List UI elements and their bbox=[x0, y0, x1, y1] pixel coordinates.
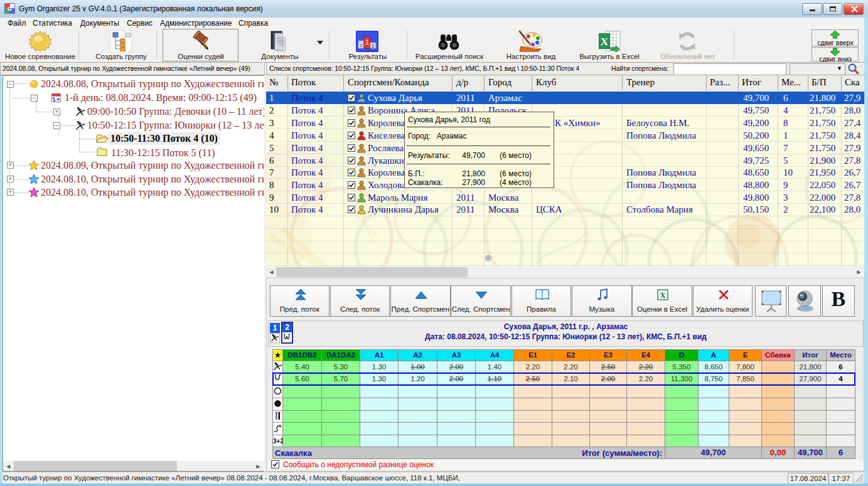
svg-text:X: X bbox=[660, 291, 666, 300]
svg-text:G: G bbox=[8, 6, 12, 12]
svg-text:2: 2 bbox=[360, 43, 363, 48]
svg-text:X: X bbox=[601, 36, 609, 48]
svg-text:1: 1 bbox=[365, 38, 369, 46]
svg-text:3: 3 bbox=[372, 44, 374, 48]
